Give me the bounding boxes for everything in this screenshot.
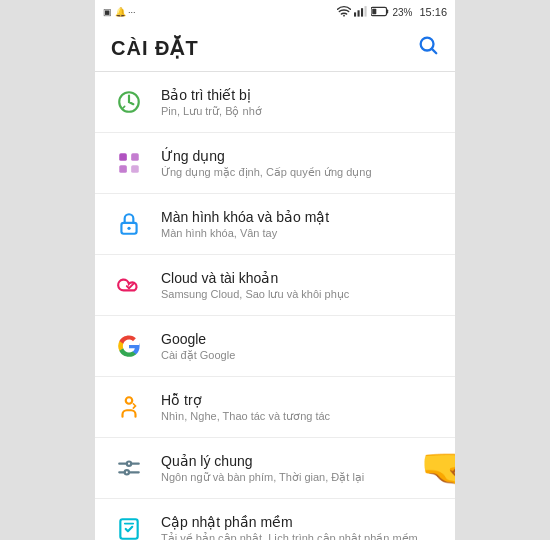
quan-ly-chung-icon bbox=[111, 450, 147, 486]
svg-rect-1 bbox=[354, 12, 356, 16]
item-title: Hỗ trợ bbox=[161, 392, 439, 408]
svg-rect-12 bbox=[131, 153, 139, 161]
item-text: Hỗ trợ Nhìn, Nghe, Thao tác và tương tác bbox=[161, 392, 439, 423]
item-title: Cloud và tài khoản bbox=[161, 270, 439, 286]
item-title: Quản lý chung bbox=[161, 453, 439, 469]
search-button[interactable] bbox=[417, 34, 439, 61]
svg-rect-6 bbox=[387, 9, 389, 13]
signal-icon bbox=[354, 5, 368, 19]
svg-point-17 bbox=[126, 397, 133, 404]
item-sub: Samsung Cloud, Sao lưu và khôi phục bbox=[161, 288, 439, 301]
item-title: Ứng dụng bbox=[161, 148, 439, 164]
battery-percent: 23% bbox=[392, 7, 412, 18]
list-item[interactable]: Cập nhật phần mềm Tải về bản cập nhật, L… bbox=[95, 499, 455, 540]
list-item[interactable]: Ứng dụng Ứng dụng mặc định, Cấp quyền ứn… bbox=[95, 133, 455, 194]
svg-point-23 bbox=[125, 470, 129, 474]
item-sub: Pin, Lưu trữ, Bộ nhớ bbox=[161, 105, 439, 118]
item-title: Google bbox=[161, 331, 439, 347]
svg-point-20 bbox=[127, 462, 131, 466]
wifi-icon bbox=[337, 5, 351, 19]
man-hinh-khoa-icon bbox=[111, 206, 147, 242]
item-title: Bảo trì thiết bị bbox=[161, 87, 439, 103]
cloud-icon bbox=[111, 267, 147, 303]
item-sub: Cài đặt Google bbox=[161, 349, 439, 362]
item-text: Bảo trì thiết bị Pin, Lưu trữ, Bộ nhớ bbox=[161, 87, 439, 118]
svg-rect-14 bbox=[131, 165, 139, 173]
settings-list: Bảo trì thiết bị Pin, Lưu trữ, Bộ nhớ Ứn… bbox=[95, 72, 455, 540]
item-text: Cloud và tài khoản Samsung Cloud, Sao lư… bbox=[161, 270, 439, 301]
battery-icon bbox=[371, 6, 389, 19]
list-item[interactable]: Bảo trì thiết bị Pin, Lưu trữ, Bộ nhớ bbox=[95, 72, 455, 133]
svg-point-16 bbox=[127, 227, 130, 230]
cap-nhat-icon bbox=[111, 511, 147, 540]
item-text: Cập nhật phần mềm Tải về bản cập nhật, L… bbox=[161, 514, 439, 541]
svg-rect-13 bbox=[119, 165, 127, 173]
item-sub: Tải về bản cập nhật, Lịch trình cập nhật… bbox=[161, 532, 439, 541]
time: 15:16 bbox=[419, 6, 447, 18]
list-item[interactable]: Google Cài đặt Google bbox=[95, 316, 455, 377]
item-sub: Nhìn, Nghe, Thao tác và tương tác bbox=[161, 410, 439, 423]
ho-tro-icon bbox=[111, 389, 147, 425]
page-title: CÀI ĐẶT bbox=[111, 36, 199, 60]
list-item[interactable]: Hỗ trợ Nhìn, Nghe, Thao tác và tương tác bbox=[95, 377, 455, 438]
svg-rect-2 bbox=[358, 10, 360, 16]
phone-frame: ▣ 🔔 ··· 23% 15:16 CÀI ĐẶT bbox=[95, 0, 455, 540]
item-text: Google Cài đặt Google bbox=[161, 331, 439, 362]
list-item[interactable]: Cloud và tài khoản Samsung Cloud, Sao lư… bbox=[95, 255, 455, 316]
status-right: 23% 15:16 bbox=[337, 5, 447, 19]
item-title: Màn hình khóa và bảo mật bbox=[161, 209, 439, 225]
item-sub: Màn hình khóa, Vân tay bbox=[161, 227, 439, 239]
google-icon bbox=[111, 328, 147, 364]
svg-point-0 bbox=[344, 15, 346, 17]
item-text: Quản lý chung Ngôn ngữ và bàn phím, Thời… bbox=[161, 453, 439, 484]
list-item[interactable]: Quản lý chung Ngôn ngữ và bàn phím, Thời… bbox=[95, 438, 455, 499]
status-left: ▣ 🔔 ··· bbox=[103, 7, 136, 17]
svg-rect-3 bbox=[361, 8, 363, 16]
app-header: CÀI ĐẶT bbox=[95, 24, 455, 72]
ung-dung-icon bbox=[111, 145, 147, 181]
svg-rect-4 bbox=[365, 6, 367, 17]
svg-rect-7 bbox=[373, 8, 377, 14]
list-item[interactable]: Màn hình khóa và bảo mật Màn hình khóa, … bbox=[95, 194, 455, 255]
item-title: Cập nhật phần mềm bbox=[161, 514, 439, 530]
item-sub: Ứng dụng mặc định, Cấp quyền ứng dụng bbox=[161, 166, 439, 179]
svg-rect-11 bbox=[119, 153, 127, 161]
status-bar: ▣ 🔔 ··· 23% 15:16 bbox=[95, 0, 455, 24]
item-sub: Ngôn ngữ và bàn phím, Thời gian, Đặt lại bbox=[161, 471, 439, 484]
svg-line-9 bbox=[432, 49, 436, 53]
item-text: Màn hình khóa và bảo mật Màn hình khóa, … bbox=[161, 209, 439, 239]
status-icons: ▣ 🔔 ··· bbox=[103, 7, 136, 17]
item-text: Ứng dụng Ứng dụng mặc định, Cấp quyền ứn… bbox=[161, 148, 439, 179]
bao-tri-icon bbox=[111, 84, 147, 120]
